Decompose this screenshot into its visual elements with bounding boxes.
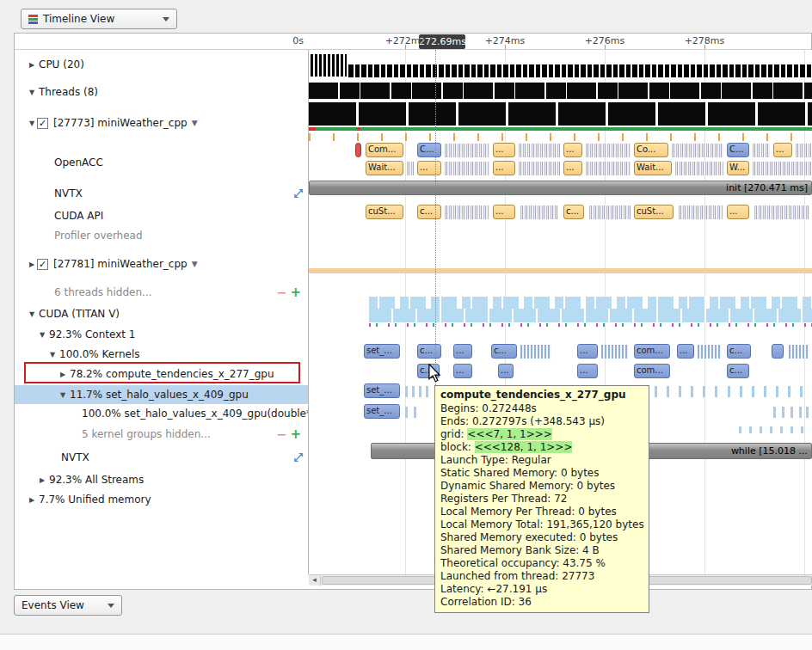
timeline-event-block[interactable]: set_...: [364, 344, 400, 359]
timeline-event-block[interactable]: [355, 143, 361, 157]
timeline-event-block[interactable]: [749, 426, 752, 433]
time-ruler[interactable]: 0s 272.69ms +272ms+274ms+276ms+278ms: [15, 34, 811, 50]
timeline-event-block[interactable]: [412, 386, 415, 397]
timeline-event-block[interactable]: ...: [493, 205, 515, 219]
timeline-event-block[interactable]: set_...: [364, 383, 400, 398]
tree-row-unified-memory[interactable]: ▶7.7% Unified memory: [15, 491, 308, 508]
timeline-event-block[interactable]: ...: [493, 161, 515, 175]
timeline-event-block[interactable]: [764, 386, 766, 397]
expand-arrow-icon[interactable]: ▶: [27, 61, 37, 69]
collapse-arrow-icon[interactable]: ▼: [37, 331, 47, 339]
timeline-event-block[interactable]: [776, 386, 778, 397]
remove-filter-icon[interactable]: −: [277, 285, 287, 299]
add-filter-icon[interactable]: +: [290, 426, 301, 442]
timeline-event-block[interactable]: W...: [727, 161, 749, 175]
expand-arrow-icon[interactable]: ▶: [37, 476, 47, 484]
timeline-event-block[interactable]: [667, 386, 669, 397]
timeline-event-block[interactable]: ...: [563, 143, 582, 157]
row-options-caret-icon[interactable]: ▼: [192, 260, 198, 268]
tree-row-cpu[interactable]: ▶CPU (20): [15, 56, 308, 73]
timeline-event-block[interactable]: C...: [727, 143, 749, 157]
timeline-event-block[interactable]: ...: [498, 364, 514, 378]
timeline-event-block[interactable]: com...: [634, 344, 670, 359]
remove-filter-icon[interactable]: −: [277, 427, 287, 441]
expand-track-icon[interactable]: ⤢: [294, 451, 308, 464]
timeline-event-block[interactable]: cuSt...: [634, 205, 674, 219]
timeline-event-block[interactable]: [679, 386, 681, 397]
timeline-event-block[interactable]: [790, 426, 793, 433]
tree-row-kernel-set-halo-fn[interactable]: 100.0% set_halo_values_x_409_gpu(double*…: [15, 405, 308, 422]
tree-row-thread-27773[interactable]: ▼✓[27773] miniWeather_cpp▼: [15, 114, 308, 132]
timeline-event-block[interactable]: [426, 386, 428, 397]
timeline-event-block[interactable]: [414, 407, 416, 418]
collapse-arrow-icon[interactable]: ▼: [58, 391, 68, 399]
timeline-event-block[interactable]: [739, 426, 741, 433]
timeline-event-block[interactable]: cuSt...: [366, 205, 403, 219]
timeline-event-block[interactable]: ...: [453, 344, 472, 359]
add-filter-icon[interactable]: +: [290, 285, 301, 300]
tree-row-openacc[interactable]: OpenACC: [15, 154, 308, 171]
tree-row-profiler-overhead[interactable]: Profiler overhead: [15, 227, 308, 244]
timeline-event-block[interactable]: ...: [577, 344, 598, 359]
timeline-event-block[interactable]: [800, 386, 803, 397]
tree-row-cuda-device[interactable]: ▼CUDA (TITAN V): [15, 305, 308, 322]
timeline-event-block[interactable]: c...: [727, 364, 749, 378]
timeline-event-block[interactable]: [405, 386, 408, 397]
timeline-event-block[interactable]: [740, 386, 742, 397]
tree-row-nvtx-thread[interactable]: NVTX⤢: [15, 185, 308, 202]
collapse-arrow-icon[interactable]: ▼: [47, 351, 58, 359]
timeline-event-block[interactable]: Wait...: [634, 161, 672, 175]
timeline-event-block[interactable]: [703, 386, 705, 397]
timeline-event-block[interactable]: ...: [577, 364, 598, 378]
collapse-arrow-icon[interactable]: ▼: [27, 310, 37, 318]
timeline-event-block[interactable]: c...: [417, 205, 441, 219]
timeline-event-block[interactable]: c...: [563, 205, 584, 219]
timeline-event-block[interactable]: ...: [417, 161, 441, 175]
tree-row-kernel-set-halo[interactable]: ▼11.7% set_halo_values_x_409_gpu: [15, 385, 308, 404]
timeline-event-block[interactable]: [728, 386, 730, 397]
tree-row-cuda-api[interactable]: CUDA API: [15, 207, 308, 224]
row-options-caret-icon[interactable]: ▼: [192, 119, 198, 127]
timeline-event-block[interactable]: [782, 407, 784, 418]
timeline-event-block[interactable]: [772, 344, 784, 359]
timeline-event-block[interactable]: Wait...: [366, 161, 403, 175]
timeline-event-block[interactable]: c...: [727, 344, 751, 359]
thread-checkbox[interactable]: ✓: [37, 259, 48, 270]
timeline-event-block[interactable]: ...: [727, 205, 749, 219]
nvtx-range-init[interactable]: init [270.471 ms]: [309, 181, 812, 195]
timeline-event-block[interactable]: [788, 386, 790, 397]
timeline-event-block[interactable]: ...: [677, 344, 694, 359]
tree-row-kernel-groups-hidden[interactable]: 5 kernel groups hidden...−+: [15, 426, 308, 443]
tree-row-all-streams[interactable]: ▶92.3% All Streams: [15, 471, 308, 488]
timeline-event-block[interactable]: [770, 426, 772, 433]
timeline-event-block[interactable]: C...: [417, 143, 441, 157]
timeline-event-block[interactable]: [691, 386, 693, 397]
timeline-event-block[interactable]: set_...: [364, 404, 400, 419]
collapse-arrow-icon[interactable]: ▼: [27, 120, 37, 127]
timeline-event-block[interactable]: Com...: [366, 143, 403, 157]
tree-row-nvtx-context[interactable]: NVTX⤢: [15, 449, 308, 466]
tree-row-threads-hidden[interactable]: 6 threads hidden...−+: [15, 284, 308, 301]
timeline-event-block[interactable]: c...: [417, 344, 441, 359]
timeline-event-block[interactable]: Co...: [634, 143, 668, 157]
timeline-event-block[interactable]: [806, 407, 809, 418]
timeline-event-block[interactable]: [790, 407, 793, 418]
timeline-event-block[interactable]: [655, 386, 657, 397]
timeline-event-block[interactable]: [405, 407, 408, 418]
scroll-left-button[interactable]: ◂: [309, 575, 321, 586]
tree-row-thread-27781[interactable]: ▶✓[27781] miniWeather_cpp▼: [15, 255, 308, 273]
timeline-event-block[interactable]: [760, 426, 762, 433]
timeline-event-block[interactable]: [419, 386, 421, 397]
timeline-event-block[interactable]: ...: [773, 143, 792, 157]
timeline-view-selector[interactable]: Timeline View: [21, 9, 177, 29]
timeline-event-block[interactable]: [801, 426, 803, 433]
expand-arrow-icon[interactable]: ▶: [27, 496, 37, 504]
expand-arrow-icon[interactable]: ▶: [27, 261, 37, 268]
timeline-event-block[interactable]: ...: [563, 161, 582, 175]
expand-track-icon[interactable]: ⤢: [294, 187, 308, 200]
timeline-event-block[interactable]: c...: [491, 344, 517, 359]
timeline-event-block[interactable]: ...: [493, 143, 515, 157]
timeline-event-block[interactable]: ...: [453, 364, 472, 378]
tree-row-threads[interactable]: ▼Threads (8): [15, 83, 308, 101]
timeline-event-block[interactable]: [715, 386, 717, 397]
